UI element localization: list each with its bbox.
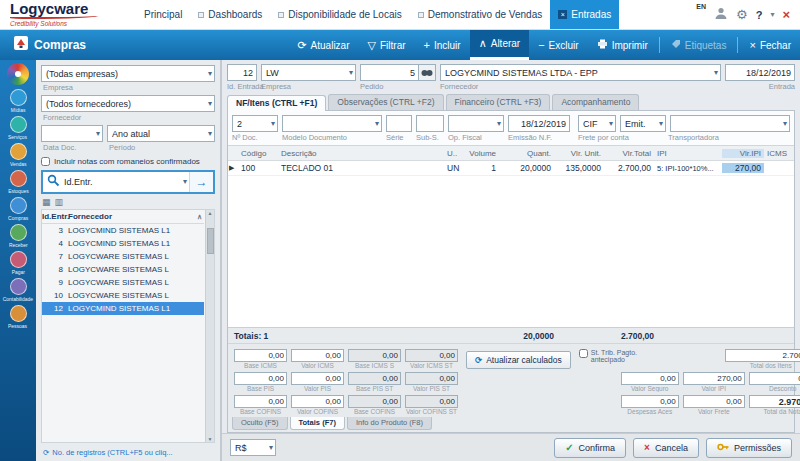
periodo-select[interactable]: Ano atual ▾: [107, 125, 215, 142]
transportadora-select[interactable]: ▾: [670, 115, 790, 132]
confirma-button[interactable]: ✓ Confirma: [554, 438, 626, 458]
permissoes-button[interactable]: Permissões: [706, 438, 792, 458]
col-vlr-total[interactable]: Vlr.Total: [604, 149, 654, 158]
entrada-date-field[interactable]: [725, 64, 795, 81]
rail-item-receber[interactable]: Receber: [0, 223, 36, 250]
data-doc-select[interactable]: ▾: [41, 125, 103, 142]
list-item[interactable]: 9 LOGYCWARE SISTEMAS L: [42, 276, 204, 289]
modelo-documento-select[interactable]: ▾: [282, 115, 382, 132]
nav-item-dashboards[interactable]: Dashboards: [190, 0, 270, 29]
total-da-nota-field[interactable]: [749, 395, 800, 408]
fechar-button[interactable]: × Fechar: [740, 30, 800, 60]
close-window-icon[interactable]: ×: [782, 7, 790, 22]
nav-item-disponibilidade[interactable]: Disponibilidade de Locais: [270, 0, 409, 29]
col-vlr-ipi[interactable]: Vlr.IPI: [722, 149, 764, 158]
desconto-field[interactable]: [749, 372, 800, 385]
rail-item-servicos[interactable]: Serviços: [0, 115, 36, 142]
tab-observacoes[interactable]: Observações (CTRL +F2): [328, 94, 443, 110]
valor-pis-field[interactable]: [291, 372, 344, 385]
list-item[interactable]: 4 LOGYCMIND SISTEMAS L1: [42, 237, 204, 250]
rail-item-contabilidade[interactable]: Contabilidade: [0, 277, 36, 304]
valor-frete-field[interactable]: [683, 395, 745, 408]
scroll-down-icon[interactable]: ▼: [208, 436, 213, 442]
ndoc-select[interactable]: 2 ▾: [232, 115, 278, 132]
atualizar-calculados-button[interactable]: ⟳ Atualizar calculados: [466, 351, 571, 369]
valor-cofins-field[interactable]: [291, 395, 344, 408]
rail-item-compras[interactable]: Compras: [0, 196, 36, 223]
excluir-button[interactable]: − Excluir: [529, 30, 587, 60]
rail-item-midias[interactable]: Mídias: [0, 88, 36, 115]
rail-item-pagar[interactable]: Pagar: [0, 250, 36, 277]
emissao-field[interactable]: [508, 115, 570, 132]
alterar-button[interactable]: ∧ Alterar: [470, 30, 530, 60]
id-entrada-field[interactable]: [227, 64, 257, 81]
valor-ipi-field[interactable]: [683, 372, 745, 385]
st-trib-checkbox[interactable]: [579, 349, 588, 358]
despesas-aces-field[interactable]: [621, 395, 679, 408]
list-item[interactable]: 8 LOGYCWARE SISTEMAS L: [42, 263, 204, 276]
user-avatar-icon[interactable]: [714, 6, 728, 24]
valor-seguro-field[interactable]: [621, 372, 679, 385]
currency-select[interactable]: R$ ▾: [230, 439, 276, 456]
fornecedor-select[interactable]: LOGYCMIND SISTEMAS LTDA - EPP ▾: [440, 64, 721, 81]
pinwheel-logo-icon[interactable]: [7, 63, 29, 85]
cif-select[interactable]: CIF ▾: [578, 115, 616, 132]
col-id-entr[interactable]: Id.Entr.: [42, 212, 68, 221]
col-descricao[interactable]: Descrição: [278, 149, 444, 158]
pedido-field[interactable]: [360, 64, 419, 81]
valor-icms-st-field[interactable]: [405, 349, 458, 362]
list-item[interactable]: 10 LOGYCWARE SISTEMAS L: [42, 289, 204, 302]
col-vlr-unit[interactable]: Vlr. Unit.: [554, 149, 604, 158]
list-item-selected[interactable]: 12 LOGYCMIND SISTEMAS L1: [42, 302, 204, 315]
search-field-select[interactable]: Id.Entr. ▾: [60, 172, 189, 192]
nav-item-principal[interactable]: Principal: [136, 0, 190, 29]
base-icms-field[interactable]: [234, 349, 287, 362]
base-cofins-field[interactable]: [234, 395, 287, 408]
col-un[interactable]: U..: [444, 149, 464, 158]
valor-cofins-st-field[interactable]: [405, 395, 458, 408]
col-fornecedor[interactable]: Fornecedor: [68, 212, 197, 221]
imprimir-button[interactable]: Imprimir: [588, 30, 657, 60]
atualizar-button[interactable]: ⟳ Atualizar: [288, 30, 358, 60]
tab-oculto[interactable]: Oculto (F5): [232, 417, 288, 430]
rail-item-estoques[interactable]: Estoques: [0, 169, 36, 196]
valor-icms-field[interactable]: [291, 349, 344, 362]
tab-financeiro[interactable]: Financeiro (CTRL +F3): [446, 94, 551, 110]
base-pis-st-field[interactable]: [348, 372, 401, 385]
list-scrollbar[interactable]: ▲ ▼: [205, 210, 214, 442]
fornecedor-filter-select[interactable]: (Todos fornecedores) ▾: [41, 95, 215, 112]
subs-field[interactable]: [416, 115, 444, 132]
scroll-up-icon[interactable]: ▲: [208, 210, 213, 216]
empresa-filter-select[interactable]: (Todas empresas) ▾: [41, 65, 215, 82]
col-codigo[interactable]: Código: [238, 149, 278, 158]
etiquetas-button[interactable]: Etiquetas: [662, 30, 736, 60]
base-icms-st-field[interactable]: [348, 349, 401, 362]
emit-select[interactable]: Emit. ▾: [620, 115, 666, 132]
search-go-button[interactable]: →: [189, 172, 213, 192]
grid-view-icon[interactable]: ▦: [42, 197, 51, 207]
gear-icon[interactable]: ⚙: [736, 7, 748, 22]
list-item[interactable]: 7 LOGYCWARE SISTEMAS L: [42, 250, 204, 263]
help-icon[interactable]: ?: [756, 9, 763, 21]
romaneios-checkbox[interactable]: [41, 157, 50, 166]
chevron-down-icon[interactable]: ▾: [770, 10, 774, 19]
total-dos-itens-field[interactable]: [725, 349, 800, 362]
tab-nf-itens[interactable]: NF/Itens (CTRL +F1): [227, 95, 326, 111]
nav-item-demonstrativo[interactable]: Demonstrativo de Vendas: [410, 0, 551, 29]
col-volume[interactable]: Volume: [464, 149, 499, 158]
cell-vlr-ipi-selected[interactable]: 270,00: [722, 163, 764, 173]
empresa-select[interactable]: LW ▾: [261, 64, 356, 81]
op-fiscal-select[interactable]: ▾: [448, 115, 504, 132]
serie-field[interactable]: [386, 115, 412, 132]
incluir-button[interactable]: + Incluir: [415, 30, 470, 60]
filtrar-button[interactable]: ▽ Filtrar: [359, 30, 415, 60]
base-cofins-st-field[interactable]: [348, 395, 401, 408]
list-item[interactable]: 3 LOGYCMIND SISTEMAS L1: [42, 224, 204, 237]
col-quant[interactable]: Quant.: [499, 149, 554, 158]
scroll-thumb[interactable]: [207, 228, 214, 254]
nav-item-entradas[interactable]: × Entradas: [550, 0, 619, 29]
rail-item-pessoas[interactable]: Pessoas: [0, 304, 36, 331]
grid-row[interactable]: ▶ 100 TECLADO 01 UN 1 20,0000 135,0000 2…: [228, 161, 794, 176]
valor-pis-st-field[interactable]: [405, 372, 458, 385]
tab-acompanhamento[interactable]: Acompanhamento: [552, 94, 639, 110]
